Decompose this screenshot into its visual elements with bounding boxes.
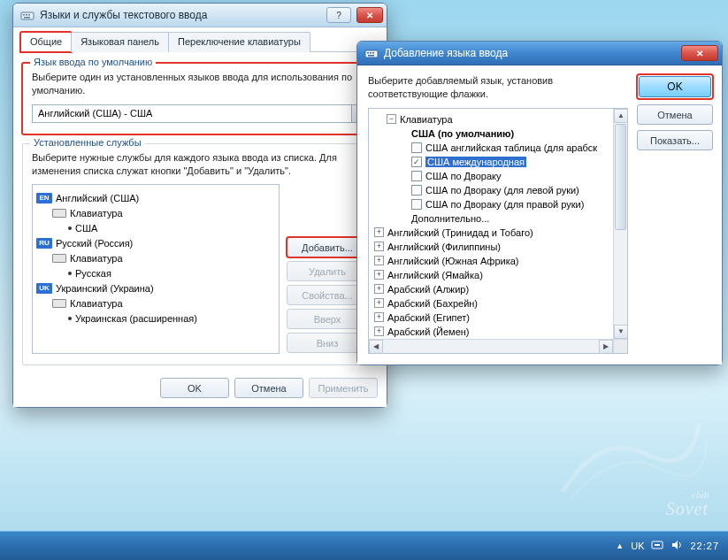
- collapsed-language-node[interactable]: +Английский (Тринидад и Тобаго): [374, 226, 625, 240]
- horizontal-scrollbar[interactable]: ◀ ▶: [369, 339, 613, 353]
- tab-general[interactable]: Общие: [20, 32, 72, 52]
- collapsed-language-label: Арабский (Йемен): [387, 326, 470, 337]
- expander-plus-icon[interactable]: +: [374, 242, 384, 251]
- collapsed-language-node[interactable]: +Английский (Южная Африка): [374, 254, 625, 268]
- taskbar[interactable]: ▲ UK 22:27: [0, 531, 728, 560]
- more-link[interactable]: Дополнительно...: [411, 213, 489, 224]
- win2-show-button[interactable]: Показать...: [637, 130, 713, 150]
- layout-option-label: США по Двораку (для левой руки): [425, 185, 579, 196]
- default-language-desc: Выберите один из установленных языков вв…: [32, 71, 368, 97]
- svg-rect-2: [26, 14, 27, 16]
- lang-en-label: Английский (США): [56, 193, 139, 203]
- win1-close-button[interactable]: ✕: [356, 7, 383, 23]
- collapsed-language-node[interactable]: +Английский (Филиппины): [374, 240, 625, 254]
- expander-minus-icon[interactable]: −: [387, 114, 396, 124]
- tab-key-switching-label: Переключение клавиатуры: [178, 36, 301, 47]
- layout-option[interactable]: США по Двораку (для правой руки): [374, 197, 625, 211]
- layout-option-label: США английская таблица (для арабск: [425, 142, 597, 153]
- tray-volume-icon[interactable]: [671, 539, 683, 553]
- collapsed-language-label: Английский (Ямайка): [387, 270, 483, 280]
- scroll-corner: [613, 339, 627, 353]
- scroll-up-icon[interactable]: ▲: [614, 109, 628, 123]
- scroll-down-icon[interactable]: ▼: [614, 325, 628, 339]
- expander-plus-icon[interactable]: +: [374, 256, 384, 265]
- win1-dialog-buttons: OK Отмена Применить: [22, 378, 378, 398]
- collapsed-language-label: Арабский (Алжир): [387, 284, 469, 295]
- expander-plus-icon[interactable]: +: [374, 326, 384, 336]
- kbd-label: Клавиатура: [70, 208, 123, 219]
- installed-services-tree[interactable]: ENАнглийский (США) Клавиатура США RUРусс…: [32, 184, 280, 354]
- collapsed-language-node[interactable]: +Арабский (Бахрейн): [374, 296, 625, 311]
- installed-services-desc: Выберите нужные службы для каждого языка…: [32, 151, 368, 178]
- collapsed-language-label: Арабский (Бахрейн): [387, 298, 478, 309]
- checkbox-icon[interactable]: ✓: [411, 157, 422, 167]
- collapsed-language-node[interactable]: +Арабский (Алжир): [374, 282, 625, 296]
- win2-title: Добавление языка ввода: [384, 47, 676, 59]
- layout-option[interactable]: США по Двораку (для левой руки): [374, 183, 625, 197]
- svg-rect-7: [370, 52, 372, 54]
- tab-key-switching[interactable]: Переключение клавиатуры: [168, 32, 310, 52]
- collapsed-language-node[interactable]: +Арабский (Йемен): [374, 325, 625, 339]
- expander-plus-icon[interactable]: +: [374, 284, 384, 294]
- keyboard-icon: [52, 299, 66, 308]
- win2-titlebar[interactable]: Добавление языка ввода ✕: [357, 42, 722, 65]
- keyboard-icon: [52, 254, 66, 263]
- lang-badge-uk: UK: [36, 283, 52, 294]
- expander-plus-icon[interactable]: +: [374, 298, 384, 308]
- default-language-group: Язык ввода по умолчанию Выберите один из…: [22, 63, 378, 134]
- collapsed-language-node[interactable]: +Английский (Ямайка): [374, 268, 625, 282]
- svg-rect-1: [23, 14, 25, 16]
- win1-titlebar[interactable]: Языки и службы текстового ввода ? ✕: [13, 4, 387, 27]
- default-language-legend: Язык ввода по умолчанию: [30, 57, 156, 67]
- keyboard-app-icon: [20, 8, 34, 22]
- collapsed-language-label: Английский (Южная Африка): [387, 256, 519, 266]
- scroll-right-icon[interactable]: ▶: [599, 340, 613, 354]
- checkbox-icon[interactable]: [411, 142, 422, 153]
- win2-ok-button[interactable]: OK: [639, 76, 711, 97]
- checkbox-icon[interactable]: [411, 185, 422, 196]
- svg-rect-0: [21, 12, 34, 19]
- bullet-icon: [68, 272, 72, 275]
- win1-apply-button[interactable]: Применить: [309, 378, 378, 398]
- vertical-scrollbar[interactable]: ▲ ▼: [613, 109, 627, 339]
- kbd-label: Клавиатура: [70, 253, 123, 264]
- svg-rect-6: [367, 52, 369, 54]
- layout-option[interactable]: ✓США международная: [374, 155, 625, 169]
- lang-badge-en: EN: [36, 193, 52, 203]
- default-layout-label: США (по умолчанию): [411, 128, 514, 139]
- default-language-select[interactable]: Английский (США) - США ▼: [32, 104, 368, 123]
- win1-ok-button[interactable]: OK: [160, 378, 229, 398]
- win2-cancel-button[interactable]: Отмена: [637, 104, 713, 125]
- win1-cancel-button[interactable]: Отмена: [234, 378, 303, 398]
- expander-plus-icon[interactable]: +: [374, 227, 384, 237]
- collapsed-language-node[interactable]: +Арабский (Египет): [374, 311, 625, 325]
- installed-services-legend: Установленные службы: [30, 137, 145, 148]
- tray-network-icon[interactable]: [651, 539, 663, 553]
- svg-rect-3: [28, 14, 30, 16]
- expander-plus-icon[interactable]: +: [374, 312, 384, 322]
- scroll-thumb[interactable]: [615, 124, 626, 230]
- tab-language-bar[interactable]: Языковая панель: [71, 32, 169, 52]
- win2-close-button[interactable]: ✕: [681, 45, 718, 61]
- layout-ru: Русская: [75, 268, 111, 279]
- kbd-label: Клавиатура: [70, 298, 123, 309]
- layout-option[interactable]: США по Двораку: [374, 169, 625, 183]
- installed-services-group: Установленные службы Выберите нужные слу…: [22, 143, 378, 366]
- checkbox-icon[interactable]: [411, 199, 422, 210]
- collapsed-language-label: Английский (Филиппины): [387, 242, 501, 252]
- checkbox-icon[interactable]: [411, 171, 422, 181]
- layout-option[interactable]: США английская таблица (для арабск: [374, 141, 625, 155]
- tree-root-keyboard: Клавиатура: [400, 114, 453, 125]
- lang-uk-label: Украинский (Украина): [56, 283, 154, 294]
- tray-overflow-icon[interactable]: ▲: [616, 541, 624, 550]
- expander-plus-icon[interactable]: +: [374, 270, 384, 280]
- layout-uk: Украинская (расширенная): [75, 313, 197, 324]
- keyboard-icon: [52, 209, 66, 218]
- scroll-left-icon[interactable]: ◀: [369, 340, 383, 354]
- tray-clock[interactable]: 22:27: [690, 541, 719, 551]
- win1-help-button[interactable]: ?: [326, 7, 351, 23]
- tray-language-indicator[interactable]: UK: [631, 541, 644, 551]
- language-tree[interactable]: − Клавиатура США (по умолчанию) США англ…: [368, 108, 628, 354]
- tab-general-label: Общие: [30, 36, 62, 47]
- bullet-icon: [68, 317, 72, 320]
